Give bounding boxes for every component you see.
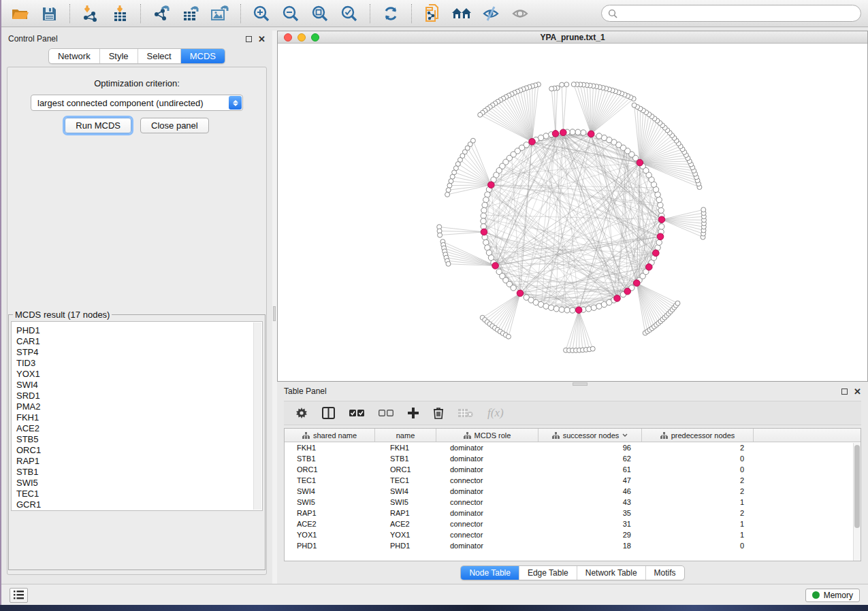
table-row[interactable]: STB1STB1dominator620 <box>285 453 861 464</box>
satellite-node[interactable] <box>571 82 576 87</box>
ring-node[interactable] <box>548 305 553 310</box>
ring-node[interactable] <box>483 197 489 202</box>
satellite-node[interactable] <box>632 103 637 108</box>
satellite-node[interactable] <box>564 82 569 87</box>
mcds-result-list[interactable]: PHD1CAR1STP4TID3YOX1SWI4SRD1PMA2FKH1ACE2… <box>11 321 263 511</box>
ring-node[interactable] <box>596 133 602 139</box>
tab-style[interactable]: Style <box>99 49 138 63</box>
satellite-node[interactable] <box>449 179 453 184</box>
column-header-MCDS-role[interactable]: MCDS role <box>436 429 539 442</box>
table-row[interactable]: PHD1PHD1dominator180 <box>285 540 861 551</box>
zoom-in-icon[interactable] <box>250 3 273 24</box>
import-table-icon[interactable] <box>108 3 131 24</box>
table-row[interactable]: FKH1FKH1dominator962 <box>285 442 861 453</box>
mcds-result-item[interactable]: STB5 <box>16 434 262 445</box>
column-layout-icon[interactable] <box>322 407 335 419</box>
mcds-result-item[interactable]: CAR1 <box>16 336 262 347</box>
tab-network[interactable]: Network <box>49 49 99 63</box>
table-row[interactable]: TEC1TEC1connector472 <box>285 475 861 486</box>
refresh-icon[interactable] <box>379 3 402 24</box>
tab-motifs[interactable]: Motifs <box>645 566 684 580</box>
ring-node[interactable] <box>481 218 486 224</box>
close-panel-icon[interactable]: ✕ <box>258 36 266 42</box>
ring-node[interactable] <box>481 213 486 218</box>
close-table-panel-icon[interactable]: ✕ <box>854 389 861 395</box>
ring-node[interactable] <box>591 305 596 310</box>
satellite-node[interactable] <box>560 82 564 87</box>
mcds-hub-node[interactable] <box>637 159 643 166</box>
task-history-button[interactable] <box>10 588 28 603</box>
table-row[interactable]: ORC1ORC1dominator610 <box>285 464 861 475</box>
mcds-result-item[interactable]: STB1 <box>16 467 262 478</box>
float-panel-icon[interactable] <box>246 36 252 42</box>
mcds-result-item[interactable]: RAP1 <box>16 456 262 467</box>
run-mcds-button[interactable]: Run MCDS <box>65 118 131 133</box>
mcds-hub-node[interactable] <box>575 307 582 314</box>
mcds-result-item[interactable]: SRD1 <box>16 391 262 401</box>
mcds-result-item[interactable]: STP4 <box>16 347 262 358</box>
mcds-hub-node[interactable] <box>560 129 567 136</box>
column-header-shared-name[interactable]: shared name <box>285 429 375 442</box>
column-header-name[interactable]: name <box>375 429 436 442</box>
ring-node[interactable] <box>553 306 559 312</box>
zoom-selected-icon[interactable] <box>338 3 361 24</box>
mcds-result-item[interactable]: TID3 <box>16 358 262 369</box>
ring-node[interactable] <box>481 208 487 213</box>
satellite-node[interactable] <box>446 188 451 193</box>
mcds-hub-node[interactable] <box>633 280 640 286</box>
satellite-node[interactable] <box>590 346 595 351</box>
mcds-hub-node[interactable] <box>645 264 652 271</box>
mcds-list-scrollbar[interactable] <box>253 323 261 510</box>
network-window-titlebar[interactable]: YPA_prune.txt_1 <box>278 31 867 44</box>
export-network-icon[interactable] <box>150 3 173 24</box>
ring-node[interactable] <box>485 192 490 197</box>
table-scrollbar-thumb[interactable] <box>854 445 860 528</box>
ring-node[interactable] <box>658 202 663 208</box>
tab-network-table[interactable]: Network Table <box>577 566 645 580</box>
export-image-icon[interactable] <box>208 3 231 24</box>
mcds-hub-node[interactable] <box>552 131 559 137</box>
memory-button[interactable]: Memory <box>805 589 860 602</box>
satellite-node[interactable] <box>478 112 483 117</box>
mcds-result-item[interactable]: PHD1 <box>16 325 262 336</box>
zoom-out-icon[interactable] <box>279 3 302 24</box>
satellite-node[interactable] <box>675 301 680 306</box>
mcds-hub-node[interactable] <box>529 138 536 145</box>
search-field[interactable] <box>601 5 861 22</box>
table-scrollbar[interactable] <box>853 443 861 561</box>
zoom-fit-icon[interactable] <box>308 3 332 24</box>
satellite-node[interactable] <box>506 334 511 339</box>
satellite-node[interactable] <box>549 86 554 91</box>
table-row[interactable]: SWI4SWI4dominator462 <box>285 486 861 497</box>
table-settings-icon[interactable] <box>295 407 308 419</box>
ring-node[interactable] <box>585 306 591 312</box>
ring-node[interactable] <box>656 197 662 202</box>
criterion-dropdown[interactable]: largest connected component (undirected) <box>31 95 243 111</box>
add-column-icon[interactable] <box>408 408 419 418</box>
ring-node[interactable] <box>658 208 664 213</box>
first-neighbors-icon[interactable] <box>450 3 473 24</box>
mcds-hub-node[interactable] <box>517 290 524 297</box>
ring-node[interactable] <box>564 308 570 313</box>
import-network-icon[interactable] <box>79 3 102 24</box>
close-panel-button[interactable]: Close panel <box>140 118 209 133</box>
ring-node[interactable] <box>482 202 487 208</box>
ring-node[interactable] <box>559 307 564 312</box>
mcds-result-item[interactable]: GCR1 <box>16 499 262 510</box>
mcds-hub-node[interactable] <box>588 131 594 137</box>
mcds-result-item[interactable]: SWI4 <box>16 380 262 391</box>
table-row[interactable]: ACE2ACE2connector311 <box>285 518 861 529</box>
tab-mcds[interactable]: MCDS <box>180 49 225 63</box>
deselect-all-icon[interactable] <box>379 409 393 417</box>
window-maximize-icon[interactable] <box>311 33 319 42</box>
ring-node[interactable] <box>511 285 516 291</box>
ring-node[interactable] <box>656 240 662 245</box>
search-input[interactable] <box>622 8 854 18</box>
window-minimize-icon[interactable] <box>298 33 306 42</box>
mcds-hub-node[interactable] <box>624 288 631 295</box>
float-table-panel-icon[interactable] <box>841 389 848 395</box>
mcds-result-item[interactable]: ORC1 <box>16 445 262 456</box>
mcds-result-item[interactable]: SWI5 <box>16 478 262 489</box>
satellite-node[interactable] <box>447 183 452 188</box>
mcds-result-item[interactable]: YOX1 <box>16 369 262 380</box>
